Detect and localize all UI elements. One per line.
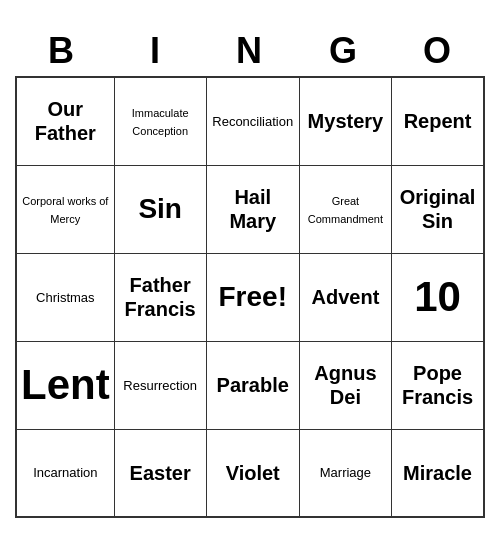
bingo-header: B I N G O	[15, 26, 485, 76]
cell-r2-c0: Christmas	[16, 253, 114, 341]
cell-r0-c1: Immaculate Conception	[114, 77, 206, 165]
cell-text-r2-c1: Father Francis	[125, 274, 196, 320]
cell-text-r0-c3: Mystery	[308, 110, 384, 132]
cell-text-r4-c0: Incarnation	[33, 465, 97, 480]
cell-r3-c3: Agnus Dei	[299, 341, 391, 429]
cell-r0-c0: Our Father	[16, 77, 114, 165]
cell-text-r3-c3: Agnus Dei	[314, 362, 376, 408]
cell-text-r0-c2: Reconciliation	[212, 114, 293, 129]
cell-r0-c4: Repent	[392, 77, 484, 165]
cell-r3-c1: Resurrection	[114, 341, 206, 429]
cell-text-r1-c3: Great Commandment	[308, 195, 383, 225]
cell-text-r3-c2: Parable	[217, 374, 289, 396]
cell-r3-c4: Pope Francis	[392, 341, 484, 429]
cell-r0-c2: Reconciliation	[206, 77, 299, 165]
cell-r4-c2: Violet	[206, 429, 299, 517]
cell-text-r0-c4: Repent	[404, 110, 472, 132]
cell-r4-c3: Marriage	[299, 429, 391, 517]
cell-text-r2-c3: Advent	[312, 286, 380, 308]
cell-text-r4-c3: Marriage	[320, 465, 371, 480]
cell-r2-c4: 10	[392, 253, 484, 341]
cell-r1-c2: Hail Mary	[206, 165, 299, 253]
header-n: N	[203, 26, 297, 76]
cell-r4-c0: Incarnation	[16, 429, 114, 517]
cell-r1-c3: Great Commandment	[299, 165, 391, 253]
cell-r4-c1: Easter	[114, 429, 206, 517]
cell-r1-c4: Original Sin	[392, 165, 484, 253]
cell-text-r3-c1: Resurrection	[123, 378, 197, 393]
cell-text-r2-c0: Christmas	[36, 290, 95, 305]
cell-r1-c1: Sin	[114, 165, 206, 253]
cell-text-r1-c0: Corporal works of Mercy	[22, 195, 108, 225]
cell-r2-c1: Father Francis	[114, 253, 206, 341]
cell-text-r1-c1: Sin	[138, 193, 182, 224]
cell-r4-c4: Miracle	[392, 429, 484, 517]
cell-text-r1-c4: Original Sin	[400, 186, 476, 232]
header-b: B	[15, 26, 109, 76]
cell-r3-c2: Parable	[206, 341, 299, 429]
cell-r2-c2: Free!	[206, 253, 299, 341]
cell-text-r2-c4: 10	[414, 273, 461, 320]
header-g: G	[297, 26, 391, 76]
bingo-card: B I N G O Our FatherImmaculate Conceptio…	[15, 26, 485, 518]
header-o: O	[391, 26, 485, 76]
cell-r2-c3: Advent	[299, 253, 391, 341]
cell-r0-c3: Mystery	[299, 77, 391, 165]
cell-text-r4-c2: Violet	[226, 462, 280, 484]
cell-text-r4-c1: Easter	[130, 462, 191, 484]
cell-text-r3-c4: Pope Francis	[402, 362, 473, 408]
header-i: I	[109, 26, 203, 76]
bingo-grid: Our FatherImmaculate ConceptionReconcili…	[15, 76, 485, 518]
cell-text-r4-c4: Miracle	[403, 462, 472, 484]
cell-r1-c0: Corporal works of Mercy	[16, 165, 114, 253]
cell-text-r1-c2: Hail Mary	[229, 186, 276, 232]
cell-text-r3-c0: Lent	[21, 361, 110, 408]
cell-text-r2-c2: Free!	[219, 281, 287, 312]
cell-r3-c0: Lent	[16, 341, 114, 429]
cell-text-r0-c0: Our Father	[35, 98, 96, 144]
cell-text-r0-c1: Immaculate Conception	[132, 107, 189, 137]
